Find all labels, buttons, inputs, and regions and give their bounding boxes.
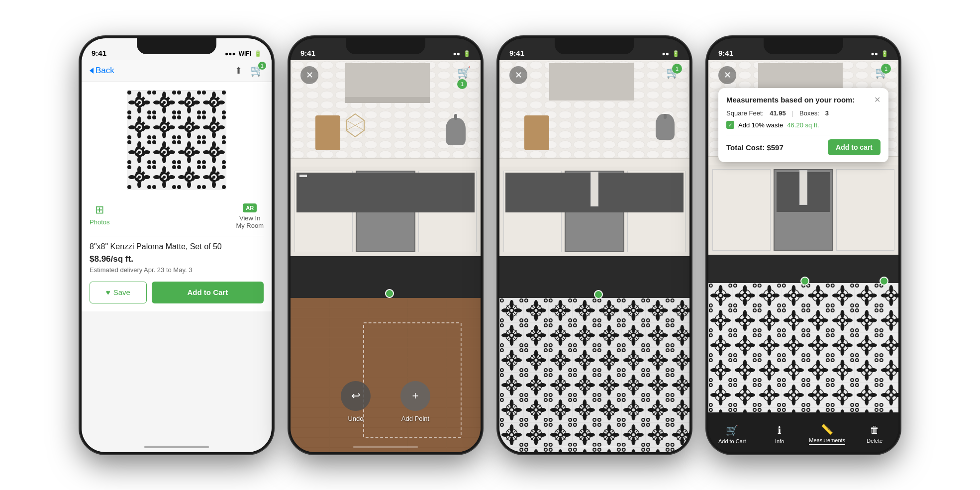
action-buttons: ♥ Save Add to Cart	[90, 282, 264, 303]
measurements-footer: Total Cost: $597 Add to cart	[726, 135, 881, 155]
back-button[interactable]: Back	[90, 66, 114, 76]
add-point-circle: +	[400, 381, 430, 411]
decoration-box	[315, 115, 340, 150]
sq-ft-value: 41.95	[770, 109, 786, 117]
toolbar-delete-label: Delete	[867, 438, 882, 444]
ar-tab[interactable]: AR View In My Room	[236, 203, 264, 230]
back-chevron-icon	[90, 68, 94, 74]
add-point-label: Add Point	[401, 415, 429, 422]
measurements-card: Measurements based on your room: ✕ Squar…	[718, 88, 888, 163]
waste-checkbox[interactable]: ✓	[726, 121, 734, 129]
wood-floor	[291, 298, 481, 452]
add-to-cart-button[interactable]: Add to Cart	[152, 282, 264, 303]
lower-cabinets	[291, 167, 481, 256]
ar-cart-badge-3: 1	[672, 64, 682, 74]
ar-close-button[interactable]: ✕	[300, 66, 318, 84]
cart-badge: 1	[258, 62, 266, 70]
undo-circle: ↩	[341, 381, 371, 411]
towel	[299, 175, 307, 177]
save-button[interactable]: ♥ Save	[90, 282, 147, 303]
photos-label: Photos	[90, 218, 109, 226]
share-icon[interactable]: ⬆	[235, 65, 242, 76]
home-indicator-2	[353, 446, 418, 448]
add-to-cart-label: Add to Cart	[188, 288, 228, 296]
product-price: $8.96/sq ft.	[90, 254, 264, 264]
waste-row: ✓ Add 10% waste 46.20 sq ft.	[726, 121, 881, 129]
measurements-header: Measurements based on your room: ✕	[726, 95, 881, 105]
ar-close-button-4[interactable]: ✕	[718, 66, 736, 84]
phone-2: 9:41 ●● 🔋 ✕ 🛒 1 ↩ Undo +	[289, 36, 483, 454]
cart-icon-wrapper[interactable]: 🛒 1	[250, 64, 264, 77]
toolbar-info[interactable]: ℹ Info	[756, 412, 804, 452]
svg-rect-77	[708, 283, 898, 412]
ar-corner-dot-4b	[880, 277, 888, 286]
ar-cart-area-4[interactable]: 🛒 1	[875, 66, 888, 79]
total-cost: Total Cost: $597	[726, 143, 784, 152]
range-hood-3	[549, 63, 634, 100]
measurements-add-to-cart[interactable]: Add to cart	[828, 139, 881, 155]
home-indicator	[144, 446, 209, 448]
status-icons-phone1: ●●● WiFi 🔋	[225, 50, 262, 57]
product-name: 8"x8" Kenzzi Paloma Matte, Set of 50	[90, 242, 264, 251]
home-indicator-3	[562, 446, 627, 448]
status-icons-phone3: ●● 🔋	[662, 50, 680, 57]
oven	[356, 171, 415, 252]
ar-cart-area[interactable]: 🛒 1	[457, 66, 471, 89]
svg-rect-55	[499, 298, 689, 452]
cab-4a	[712, 169, 771, 251]
range-hood	[345, 63, 430, 103]
cab-4b	[836, 169, 894, 251]
undo-button[interactable]: ↩ Undo	[341, 381, 371, 422]
toolbar-delete-icon: 🗑	[870, 424, 880, 436]
back-label: Back	[96, 66, 114, 76]
tile-floor-overlay	[499, 298, 689, 452]
media-tabs: ⊞ Photos AR View In My Room	[90, 197, 264, 236]
lower-cabs-4	[708, 165, 898, 255]
undo-label: Undo	[348, 415, 363, 422]
ar-label: View In My Room	[236, 214, 264, 230]
waste-label: Add 10% waste	[738, 121, 783, 129]
toolbar-info-icon: ℹ	[778, 424, 782, 436]
nav-bar-phone1: Back ⬆ 🛒 1	[82, 60, 272, 82]
measurements-title: Measurements based on your room:	[726, 95, 855, 105]
counter-top	[291, 158, 481, 167]
towel-4	[799, 170, 807, 205]
toolbar-cart-label: Add to Cart	[718, 438, 746, 444]
delivery-text: Estimated delivery Apr. 23 to May. 3	[90, 266, 264, 274]
phone-4: 9:41 ●● 🔋 ✕ 🛒 1 Measurements based on yo…	[706, 36, 900, 454]
ar-corner-dot-3	[594, 290, 603, 299]
decor-box-3	[524, 115, 549, 150]
ar-camera-view-3	[499, 38, 689, 452]
product-content: ⊞ Photos AR View In My Room 8"x8" Kenzzi…	[82, 82, 272, 311]
status-time-phone1: 9:41	[92, 49, 106, 57]
waste-value: 46.20 sq ft.	[787, 121, 819, 129]
svg-rect-28	[291, 298, 481, 452]
measurements-close[interactable]: ✕	[874, 95, 881, 104]
counter-3	[499, 158, 689, 167]
tile-image	[127, 90, 226, 190]
bottom-toolbar: 🛒 Add to Cart ℹ Info 📏 Measurements 🗑 De…	[708, 412, 898, 452]
divider: |	[792, 109, 793, 117]
measurements-data: Square Feet: 41.95 | Boxes: 3	[726, 109, 881, 117]
toolbar-measurements[interactable]: 📏 Measurements	[803, 412, 851, 452]
toolbar-measurements-icon: 📏	[821, 423, 833, 435]
toolbar-measurements-label: Measurements	[809, 437, 845, 445]
add-point-button[interactable]: + Add Point	[400, 381, 430, 422]
ar-cart-badge-4: 1	[881, 64, 891, 74]
sq-ft-label: Square Feet:	[726, 109, 764, 117]
status-icons-phone2: ●● 🔋	[453, 50, 471, 57]
status-icons-phone4: ●● 🔋	[871, 50, 889, 57]
toolbar-add-to-cart[interactable]: 🛒 Add to Cart	[708, 412, 756, 452]
geo-decor	[345, 113, 365, 140]
kettle	[446, 118, 466, 145]
photos-icon: ⊞	[95, 203, 104, 216]
photos-tab[interactable]: ⊞ Photos	[90, 203, 109, 230]
ar-cart-icon: 🛒	[457, 66, 471, 79]
ar-corner-dot-4a	[800, 277, 809, 286]
toolbar-info-label: Info	[775, 438, 784, 444]
toolbar-delete[interactable]: 🗑 Delete	[851, 412, 899, 452]
ar-close-button-3[interactable]: ✕	[509, 66, 527, 84]
save-label: Save	[113, 288, 130, 296]
lower-cabs-3	[499, 167, 689, 256]
ar-cart-area-3[interactable]: 🛒 1	[666, 66, 680, 79]
